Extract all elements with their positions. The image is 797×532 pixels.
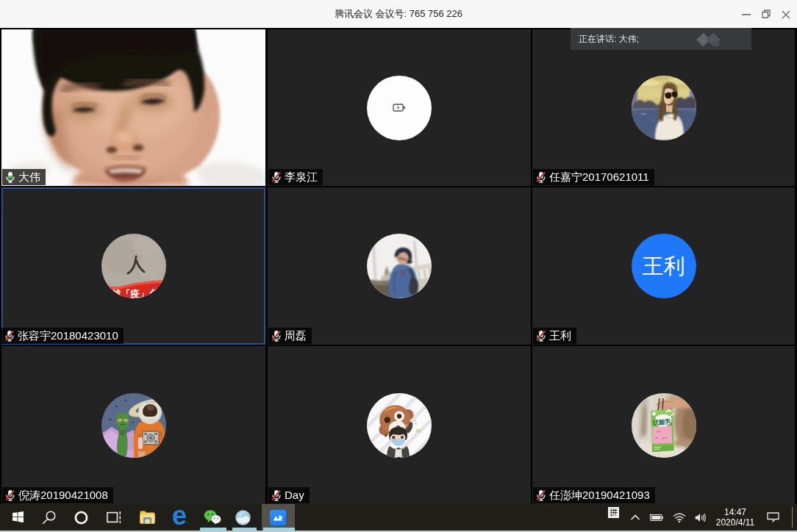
svg-text:e: e <box>172 507 187 529</box>
svg-text:战「疫」必胜: 战「疫」必胜 <box>111 288 166 299</box>
svg-text:优酸乳: 优酸乳 <box>651 417 671 425</box>
svg-text:C.C.C.P: C.C.C.P <box>146 401 156 404</box>
